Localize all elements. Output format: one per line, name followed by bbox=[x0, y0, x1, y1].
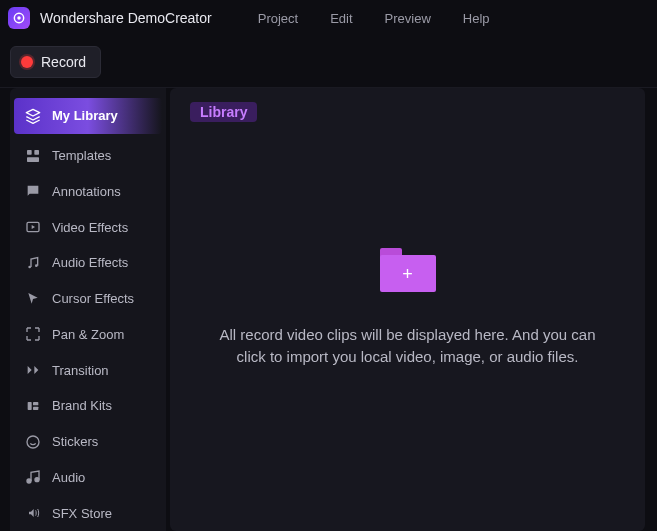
folder-body-icon: + bbox=[380, 255, 436, 292]
sidebar-item-templates[interactable]: Templates bbox=[10, 138, 166, 174]
svg-point-11 bbox=[27, 436, 39, 448]
svg-rect-3 bbox=[34, 150, 39, 155]
menubar: Wondershare DemoCreator Project Edit Pre… bbox=[0, 0, 657, 36]
sidebar-item-stickers[interactable]: Stickers bbox=[10, 424, 166, 460]
empty-state-text: All record video clips will be displayed… bbox=[218, 324, 598, 368]
sidebar-item-label: Audio bbox=[52, 470, 85, 485]
menu-preview[interactable]: Preview bbox=[371, 7, 445, 30]
record-button-label: Record bbox=[41, 54, 86, 70]
main-panel: Library + All record video clips will be… bbox=[170, 88, 645, 531]
brand-kits-icon bbox=[24, 397, 42, 415]
audio-icon bbox=[24, 468, 42, 486]
plus-icon: + bbox=[402, 265, 413, 283]
sfx-store-icon bbox=[24, 504, 42, 522]
sidebar-item-label: Templates bbox=[52, 148, 111, 163]
cursor-effects-icon bbox=[24, 290, 42, 308]
record-button[interactable]: Record bbox=[10, 46, 101, 78]
annotations-icon bbox=[24, 182, 42, 200]
sidebar-item-pan-zoom[interactable]: Pan & Zoom bbox=[10, 317, 166, 353]
sidebar-item-video-effects[interactable]: Video Effects bbox=[10, 209, 166, 245]
pan-zoom-icon bbox=[24, 325, 42, 343]
svg-rect-4 bbox=[27, 157, 39, 162]
sidebar-item-label: Video Effects bbox=[52, 220, 128, 235]
sidebar-item-label: My Library bbox=[52, 108, 118, 123]
app-logo bbox=[8, 7, 30, 29]
sidebar-item-annotations[interactable]: Annotations bbox=[10, 174, 166, 210]
sidebar-item-label: SFX Store bbox=[52, 506, 112, 521]
svg-point-12 bbox=[27, 479, 31, 483]
app-title: Wondershare DemoCreator bbox=[40, 10, 212, 26]
menu-edit[interactable]: Edit bbox=[316, 7, 366, 30]
sidebar-item-my-library[interactable]: My Library bbox=[14, 98, 162, 134]
svg-point-1 bbox=[17, 16, 21, 20]
sidebar-item-label: Cursor Effects bbox=[52, 291, 134, 306]
layers-icon bbox=[24, 107, 42, 125]
svg-point-7 bbox=[35, 264, 38, 267]
svg-rect-2 bbox=[27, 150, 32, 155]
svg-rect-9 bbox=[33, 402, 38, 405]
sidebar-item-label: Audio Effects bbox=[52, 255, 128, 270]
svg-rect-8 bbox=[28, 402, 32, 410]
svg-point-6 bbox=[28, 266, 31, 269]
sidebar-item-sfx-store[interactable]: SFX Store bbox=[10, 495, 166, 531]
sidebar: My Library Templates Annotations Video E… bbox=[10, 88, 166, 531]
templates-icon bbox=[24, 147, 42, 165]
sidebar-item-label: Transition bbox=[52, 363, 109, 378]
svg-point-13 bbox=[35, 478, 39, 482]
transition-icon bbox=[24, 361, 42, 379]
sidebar-item-audio[interactable]: Audio bbox=[10, 460, 166, 496]
record-dot-icon bbox=[21, 56, 33, 68]
stickers-icon bbox=[24, 433, 42, 451]
library-tab[interactable]: Library bbox=[190, 102, 257, 122]
empty-state: + All record video clips will be display… bbox=[170, 248, 645, 368]
sidebar-item-label: Brand Kits bbox=[52, 398, 112, 413]
video-effects-icon bbox=[24, 218, 42, 236]
svg-rect-10 bbox=[33, 407, 38, 410]
body: My Library Templates Annotations Video E… bbox=[0, 88, 657, 531]
sidebar-item-transition[interactable]: Transition bbox=[10, 352, 166, 388]
sidebar-item-audio-effects[interactable]: Audio Effects bbox=[10, 245, 166, 281]
sidebar-item-label: Annotations bbox=[52, 184, 121, 199]
logo-icon bbox=[12, 11, 26, 25]
menu-help[interactable]: Help bbox=[449, 7, 504, 30]
import-folder-button[interactable]: + bbox=[380, 248, 436, 292]
sidebar-item-label: Stickers bbox=[52, 434, 98, 449]
sidebar-item-cursor-effects[interactable]: Cursor Effects bbox=[10, 281, 166, 317]
toolbar: Record bbox=[0, 36, 657, 88]
sidebar-item-brand-kits[interactable]: Brand Kits bbox=[10, 388, 166, 424]
menu-project[interactable]: Project bbox=[244, 7, 312, 30]
sidebar-item-label: Pan & Zoom bbox=[52, 327, 124, 342]
audio-effects-icon bbox=[24, 254, 42, 272]
